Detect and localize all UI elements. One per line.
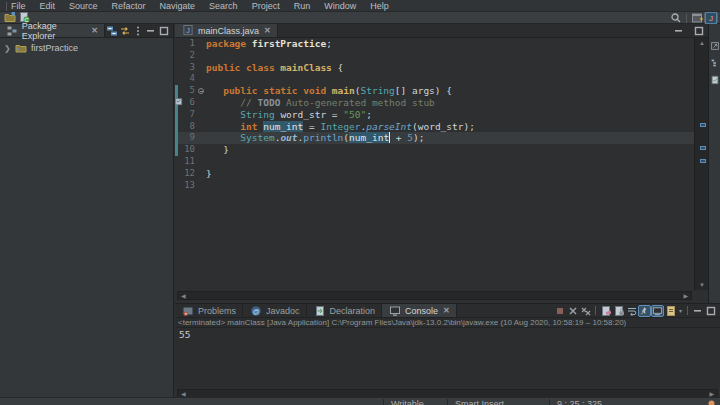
minimize-icon[interactable] xyxy=(144,25,157,37)
dropdown-arrow-icon[interactable]: ▾ xyxy=(17,0,20,1)
code-editor[interactable]: 1package firstPractice;23public class ma… xyxy=(175,38,694,290)
scroll-left-icon[interactable]: ◀ xyxy=(181,292,186,299)
task-list-view-icon[interactable] xyxy=(708,74,720,86)
menu-help[interactable]: Help xyxy=(363,0,396,12)
fold-column[interactable] xyxy=(197,121,206,133)
open-perspective-icon[interactable] xyxy=(690,12,704,24)
code-line-9[interactable]: 9 System.out.println(num_int + 5); xyxy=(175,132,694,144)
close-icon[interactable]: ✕ xyxy=(443,306,450,315)
restore-views-icon[interactable] xyxy=(708,40,720,52)
fold-column[interactable] xyxy=(197,168,206,180)
remove-launch-icon[interactable] xyxy=(566,305,579,317)
line-number[interactable]: 5 xyxy=(178,85,197,97)
occurrence-marker[interactable] xyxy=(700,123,706,127)
line-number[interactable]: 12 xyxy=(178,168,197,180)
line-number[interactable]: 9 xyxy=(178,132,197,144)
link-with-editor-icon[interactable] xyxy=(118,25,131,37)
tab-package-explorer[interactable]: Package Explorer ✕ xyxy=(0,24,105,37)
tab-javadoc[interactable]: @Javadoc xyxy=(243,304,307,317)
scroll-lock-icon[interactable] xyxy=(612,305,625,317)
chevron-right-icon[interactable]: ❯ xyxy=(4,44,11,53)
code-line-13[interactable]: 13 xyxy=(175,180,694,192)
line-number[interactable]: 8 xyxy=(178,121,197,133)
menu-search[interactable]: Search xyxy=(202,0,245,12)
code-line-6[interactable]: 6 // TODO Auto-generated method stub xyxy=(175,97,694,109)
line-number[interactable]: 1 xyxy=(178,38,197,50)
word-wrap-icon[interactable] xyxy=(625,305,638,317)
dropdown-arrow-icon[interactable]: ▾ xyxy=(677,307,684,314)
new-java-project-icon[interactable] xyxy=(3,11,17,23)
line-number[interactable]: 7 xyxy=(178,109,197,121)
terminate-icon[interactable] xyxy=(553,305,566,317)
maximize-icon[interactable] xyxy=(157,25,170,37)
editor-vertical-scrollbar[interactable]: ▲ ▼ xyxy=(694,38,708,290)
code-line-2[interactable]: 2 xyxy=(175,50,694,62)
fold-column[interactable] xyxy=(197,73,206,85)
line-number[interactable]: 10 xyxy=(178,144,197,156)
line-number[interactable]: 2 xyxy=(178,50,197,62)
fold-column[interactable] xyxy=(197,156,206,168)
code-line-12[interactable]: 12} xyxy=(175,168,694,180)
code-line-10[interactable]: 10 } xyxy=(175,144,694,156)
close-icon[interactable]: ✕ xyxy=(91,26,98,35)
tab-mainclass-java[interactable]: J mainClass.java ✕ xyxy=(175,24,278,37)
tab-declaration[interactable]: Declaration xyxy=(307,304,383,317)
close-icon[interactable]: ✕ xyxy=(264,26,271,35)
fold-column[interactable] xyxy=(197,50,206,62)
tab-console[interactable]: Console✕ xyxy=(382,304,457,317)
console-output[interactable]: 55 xyxy=(175,328,720,388)
open-console-icon[interactable] xyxy=(664,305,677,317)
code-line-7[interactable]: 7 String word_str = "50"; xyxy=(175,109,694,121)
scroll-right-icon[interactable]: ▶ xyxy=(683,292,688,299)
menu-window[interactable]: Window xyxy=(317,0,363,12)
dropdown-arrow-icon[interactable]: ▾ xyxy=(34,0,37,1)
fold-column[interactable] xyxy=(197,97,206,109)
collapse-all-icon[interactable] xyxy=(105,25,118,37)
code-line-5[interactable]: 5 public static void main(String[] args)… xyxy=(175,85,694,97)
fold-column[interactable] xyxy=(197,132,206,144)
remove-all-terminated-icon[interactable] xyxy=(579,305,592,317)
display-selected-console-icon[interactable] xyxy=(651,305,664,317)
collapse-fold-icon[interactable] xyxy=(198,88,204,94)
fold-column[interactable] xyxy=(197,144,206,156)
fold-column[interactable] xyxy=(197,62,206,74)
maximize-icon[interactable] xyxy=(692,25,706,37)
maximize-icon[interactable] xyxy=(704,305,717,317)
fold-column[interactable] xyxy=(197,109,206,121)
line-number[interactable]: 13 xyxy=(178,180,197,192)
view-menu-icon[interactable] xyxy=(131,25,144,37)
search-icon[interactable] xyxy=(669,12,683,24)
code-line-4[interactable]: 4 xyxy=(175,73,694,85)
code-line-8[interactable]: 8 int num_int = Integer.parseInt(word_st… xyxy=(175,121,694,133)
minimize-icon[interactable] xyxy=(672,25,686,37)
fold-column[interactable] xyxy=(197,85,206,97)
minimize-icon[interactable] xyxy=(691,305,704,317)
clear-console-icon[interactable] xyxy=(599,305,612,317)
line-number[interactable]: 4 xyxy=(178,73,197,85)
menu-run[interactable]: Run xyxy=(287,0,318,12)
occurrence-marker[interactable] xyxy=(700,159,706,163)
menu-navigate[interactable]: Navigate xyxy=(153,0,203,12)
tab-problems[interactable]: Problems xyxy=(175,304,243,317)
dropdown-arrow-icon[interactable]: ▾ xyxy=(51,0,54,1)
line-number[interactable]: 11 xyxy=(178,156,197,168)
code-line-3[interactable]: 3public class mainClass { xyxy=(175,62,694,74)
line-number[interactable]: 3 xyxy=(178,62,197,74)
editor-horizontal-scrollbar[interactable]: ◀ ▶ xyxy=(177,291,692,300)
occurrence-marker[interactable] xyxy=(700,146,706,150)
fold-column[interactable] xyxy=(197,38,206,50)
code-line-11[interactable]: 11 xyxy=(175,156,694,168)
java-perspective-icon[interactable]: J xyxy=(704,12,718,24)
pin-console-icon[interactable] xyxy=(638,305,651,317)
scroll-right-icon[interactable]: ▶ xyxy=(709,390,714,397)
scroll-down-icon[interactable]: ▼ xyxy=(695,280,709,290)
tree-item-firstPractice[interactable]: ❯ firstPractice xyxy=(0,41,173,55)
menu-source[interactable]: Source xyxy=(62,0,105,12)
code-line-1[interactable]: 1package firstPractice; xyxy=(175,38,694,50)
scroll-left-icon[interactable]: ◀ xyxy=(181,390,186,397)
outline-view-icon[interactable] xyxy=(708,57,720,69)
menu-project[interactable]: Project xyxy=(245,0,287,12)
notification-icon[interactable] xyxy=(707,399,716,405)
menu-refactor[interactable]: Refactor xyxy=(105,0,153,12)
fold-column[interactable] xyxy=(197,180,206,192)
